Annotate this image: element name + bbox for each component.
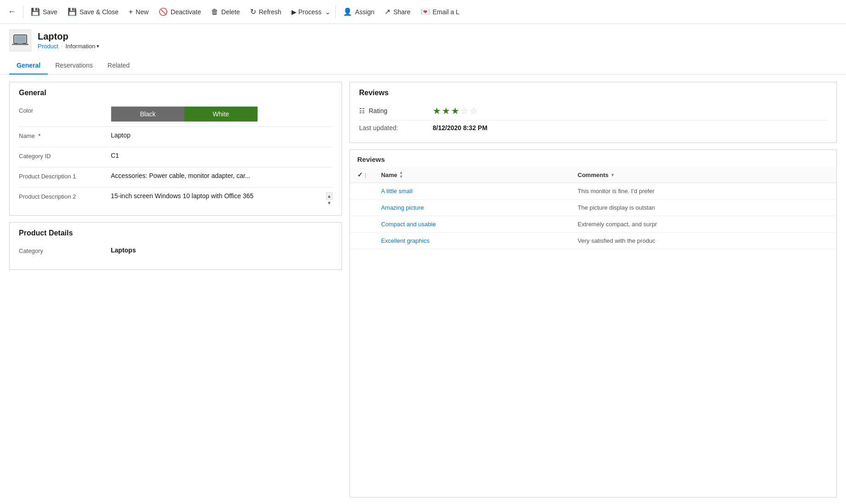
save-close-button[interactable]: 💾 Save & Close [63, 5, 123, 19]
row4-check[interactable] [350, 233, 374, 249]
reviews-table: ✓ | Name ▲ ▼ [350, 167, 836, 249]
assign-icon: 👤 [343, 7, 352, 16]
star-rating[interactable]: ★ ★ ★ ☆ ☆ [433, 105, 478, 116]
row1-comment: This monitor is fine. I'd prefer [570, 183, 836, 200]
tabs-bar: General Reservations Related [0, 57, 846, 74]
last-updated-row: Last updated: 8/12/2020 8:32 PM [359, 120, 827, 135]
color-label: Color [19, 106, 111, 114]
star-1: ★ [433, 105, 441, 116]
process-dropdown-icon: ⌄ [325, 8, 331, 16]
review-row-2: Amazing picture The picture display is o… [350, 200, 836, 216]
row1-check[interactable] [350, 183, 374, 200]
row1-name: A little small [374, 183, 571, 200]
review-link-2[interactable]: Amazing picture [381, 204, 424, 211]
row2-name: Amazing picture [374, 200, 571, 216]
scroll-bar: ▲ ▼ [326, 192, 332, 200]
record-info: Laptop Product · Information ▾ [38, 31, 99, 50]
toolbar-divider-2 [335, 6, 336, 18]
color-value: Black White [111, 106, 332, 122]
refresh-button[interactable]: ↻ Refresh [246, 5, 286, 19]
record-icon [9, 29, 31, 52]
share-button[interactable]: ↗ Share [380, 5, 415, 19]
toolbar-divider-1 [23, 6, 23, 18]
tab-reservations[interactable]: Reservations [48, 57, 100, 74]
scroll-down-arrow[interactable]: ▼ [326, 200, 332, 206]
save-close-icon: 💾 [68, 7, 77, 16]
new-button[interactable]: + New [124, 5, 153, 19]
product-details-card-body: Category Laptops [10, 242, 342, 269]
review-link-1[interactable]: A little small [381, 188, 413, 195]
category-id-label: Category ID [19, 152, 111, 160]
tab-general[interactable]: General [9, 57, 48, 74]
name-value[interactable]: Laptop [111, 132, 332, 139]
breadcrumb-section-dropdown[interactable]: Information ▾ [65, 43, 99, 50]
deactivate-button[interactable]: 🚫 Deactivate [154, 5, 206, 19]
prod-desc2-label: Product Description 2 [19, 192, 111, 200]
row2-check[interactable] [350, 200, 374, 216]
general-card: General Color Black White Name [9, 82, 342, 216]
star-5: ☆ [469, 105, 478, 116]
row4-comment: Very satisfied with the produc [570, 233, 836, 249]
sort-down-arrow[interactable]: ▼ [399, 175, 403, 179]
review-row-1: A little small This monitor is fine. I'd… [350, 183, 836, 200]
star-3: ★ [451, 105, 459, 116]
prod-desc2-container: 15-inch screen Windows 10 laptop with Of… [111, 192, 332, 200]
reviews-table-body: A little small This monitor is fine. I'd… [350, 183, 836, 249]
prod-desc1-value[interactable]: Accessories: Power cable, monitor adapte… [111, 172, 332, 179]
email-icon: 💌 [421, 7, 430, 16]
process-icon: ▶ [292, 8, 297, 16]
comments-sort-icon[interactable]: ▼ [610, 172, 615, 178]
tab-related[interactable]: Related [100, 57, 137, 74]
header-divider: | [365, 172, 366, 178]
process-button[interactable]: ▶ Process ⌄ [287, 6, 333, 18]
assign-button[interactable]: 👤 Assign [338, 5, 379, 19]
delete-button[interactable]: 🗑 Delete [206, 5, 244, 19]
save-button[interactable]: 💾 Save [26, 5, 62, 19]
product-details-card: Product Details Category Laptops [9, 222, 342, 270]
name-required-star: * [38, 132, 40, 139]
checkmark-icon[interactable]: ✓ [357, 171, 363, 178]
review-link-4[interactable]: Excellent graphics [381, 237, 430, 244]
main-content: General Color Black White Name [0, 74, 846, 504]
breadcrumb-parent[interactable]: Product [38, 43, 58, 50]
rating-label: ☷ Rating [359, 107, 423, 115]
deactivate-icon: 🚫 [159, 7, 168, 16]
star-2: ★ [442, 105, 450, 116]
reviews-list-card: Reviews ✓ | Name [349, 149, 837, 498]
name-sort-arrows[interactable]: ▲ ▼ [399, 171, 403, 179]
prod-desc1-label: Product Description 1 [19, 172, 111, 180]
prod-desc2-field-row: Product Description 2 15-inch screen Win… [19, 188, 332, 208]
reviews-top-section: Reviews ☷ Rating ★ ★ ★ ☆ ☆ Last u [350, 82, 836, 143]
review-link-3[interactable]: Compact and usable [381, 221, 436, 228]
review-row-4: Excellent graphics Very satisfied with t… [350, 233, 836, 249]
breadcrumb-separator: · [61, 43, 63, 50]
color-white-button[interactable]: White [184, 107, 257, 121]
reviews-table-head: ✓ | Name ▲ ▼ [350, 167, 836, 183]
color-black-button[interactable]: Black [111, 107, 184, 121]
right-panel: Reviews ☷ Rating ★ ★ ★ ☆ ☆ Last u [349, 82, 837, 498]
prod-desc2-scroll[interactable]: 15-inch screen Windows 10 laptop with Of… [111, 192, 325, 200]
record-title: Laptop [38, 31, 99, 42]
category-id-field-row: Category ID C1 [19, 147, 332, 167]
laptop-icon [12, 32, 29, 49]
reviews-summary-title: Reviews [359, 89, 827, 102]
rating-icon: ☷ [359, 107, 365, 115]
prod-desc2-value: 15-inch screen Windows 10 laptop with Of… [111, 192, 253, 200]
svg-rect-3 [17, 43, 23, 44]
record-header: Laptop Product · Information ▾ [0, 24, 846, 57]
row3-name: Compact and usable [374, 216, 571, 233]
general-card-body: Color Black White Name * Laptop [10, 102, 342, 215]
toolbar: ← 💾 Save 💾 Save & Close + New 🚫 Deactiva… [0, 0, 846, 24]
row3-check[interactable] [350, 216, 374, 233]
category-value[interactable]: Laptops [111, 246, 332, 254]
email-button[interactable]: 💌 Email a L [416, 5, 464, 19]
row2-comment: The picture display is outstan [570, 200, 836, 216]
row4-name: Excellent graphics [374, 233, 571, 249]
general-card-header: General [10, 82, 342, 102]
back-button[interactable]: ← [4, 4, 20, 20]
scroll-up-arrow[interactable]: ▲ [326, 193, 332, 200]
category-field-row: Category Laptops [19, 242, 332, 262]
left-panel: General Color Black White Name [9, 82, 349, 498]
reviews-table-header-row: ✓ | Name ▲ ▼ [350, 167, 836, 183]
category-id-value[interactable]: C1 [111, 152, 332, 159]
